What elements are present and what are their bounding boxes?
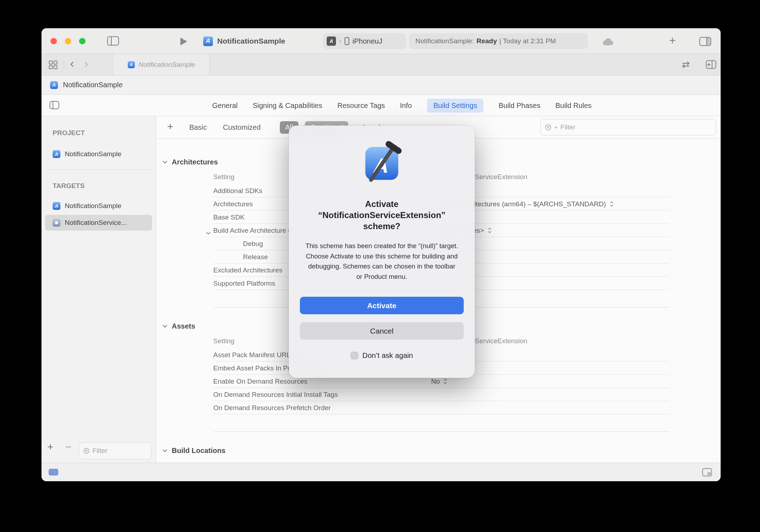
add-build-setting-button[interactable]: +	[167, 120, 174, 133]
settings-filter-input[interactable]	[560, 123, 712, 131]
project-title: NotificationSample	[217, 37, 285, 45]
dialog-title: Activate “NotificationServiceExtension” …	[307, 198, 456, 232]
chevron-right-icon: ›	[339, 38, 341, 45]
tab-bar: ‹ › A NotificationSample ⇄	[42, 54, 721, 75]
minimize-window-button[interactable]	[65, 38, 71, 44]
jump-bar[interactable]: A NotificationSample	[42, 75, 721, 95]
code-review-icon[interactable]: ⇄	[682, 59, 690, 70]
dont-ask-again-row: Don’t ask again	[289, 351, 475, 360]
add-target-button[interactable]: +	[47, 441, 54, 453]
editor-tab[interactable]: A NotificationSample	[113, 54, 210, 75]
project-navigator: PROJECT A NotificationSample TARGETS A N…	[42, 116, 156, 463]
zoom-window-button[interactable]	[79, 38, 86, 44]
editor-tabs-bar: General Signing & Capabilities Resource …	[42, 95, 721, 116]
popup-stepper-icon	[610, 201, 614, 207]
build-setting-row[interactable]: On Demand Resources Prefetch Order	[156, 401, 721, 414]
tab-general[interactable]: General	[212, 102, 238, 110]
col-setting: Setting	[213, 334, 234, 348]
disclosure-chevron-icon	[162, 161, 167, 164]
cancel-button[interactable]: Cancel	[300, 322, 464, 340]
add-tab-button[interactable]: +	[669, 34, 676, 47]
run-button[interactable]	[180, 38, 187, 45]
scope-basic[interactable]: Basic	[189, 116, 207, 139]
status-time: | Today at 2:31 PM	[500, 37, 556, 45]
editor-layout-icon[interactable]	[699, 37, 711, 48]
project-section-header: PROJECT	[53, 129, 85, 137]
project-icon: A	[53, 150, 60, 158]
popup-stepper-icon	[488, 227, 492, 234]
device-icon	[345, 37, 349, 45]
navigator-toggle-icon[interactable]	[107, 36, 119, 47]
sidebar-item-target-extension[interactable]: NotificationService...	[45, 215, 152, 231]
back-button[interactable]: ‹	[70, 57, 74, 70]
filter-icon	[545, 124, 551, 131]
scheme-selector[interactable]: A › iPhoneuJ	[323, 33, 406, 49]
toolbar: A NotificationSample A › iPhoneuJ Notifi…	[42, 28, 721, 54]
extension-target-icon	[53, 219, 60, 227]
hide-sidebar-icon[interactable]	[49, 101, 59, 111]
scope-customized[interactable]: Customized	[223, 116, 261, 139]
sidebar-item-project[interactable]: A NotificationSample	[45, 146, 152, 162]
sidebar-item-target-app[interactable]: A NotificationSample	[45, 198, 152, 214]
scheme-target-icon: A	[327, 36, 336, 46]
dont-ask-again-label: Don’t ask again	[362, 351, 413, 360]
sidebar-filter-field[interactable]	[79, 442, 151, 459]
forward-button[interactable]: ›	[84, 57, 88, 70]
project-file-icon: A	[50, 81, 58, 89]
tab-info[interactable]: Info	[400, 102, 412, 110]
close-window-button[interactable]	[50, 38, 57, 44]
status-state: Ready	[477, 37, 497, 45]
activate-button[interactable]: Activate	[300, 297, 464, 314]
tab-build-rules[interactable]: Build Rules	[555, 102, 591, 110]
build-setting-row[interactable]: On Demand Resources Initial Install Tags	[156, 388, 721, 401]
disclosure-chevron-icon[interactable]	[206, 229, 210, 237]
window-bottom-bar	[42, 463, 721, 481]
chevron-down-icon	[554, 126, 557, 129]
popup-stepper-icon	[443, 378, 447, 385]
bottom-panel-icon[interactable]	[702, 468, 712, 478]
activate-scheme-dialog: A Activate “NotificationServiceExtension…	[289, 125, 475, 378]
settings-filter-field[interactable]	[540, 119, 716, 136]
filter-icon	[83, 447, 89, 454]
status-project: NotificationSample:	[415, 37, 474, 45]
cloud-icon	[601, 38, 614, 48]
tab-build-phases[interactable]: Build Phases	[498, 102, 540, 110]
jump-bar-item: NotificationSample	[63, 81, 123, 89]
xcode-app-icon: A	[361, 141, 403, 183]
section-build-locations[interactable]: Build Locations	[156, 443, 721, 458]
divider	[64, 60, 64, 69]
sidebar-filter-input[interactable]	[92, 447, 147, 455]
dont-ask-again-checkbox[interactable]	[351, 352, 358, 359]
tab-resource-tags[interactable]: Resource Tags	[337, 102, 385, 110]
tab-build-settings[interactable]: Build Settings	[427, 99, 483, 113]
xcode-project-icon: A	[203, 36, 213, 46]
app-target-icon: A	[53, 202, 60, 210]
tab-title: NotificationSample	[138, 61, 195, 69]
section-divider	[156, 414, 721, 432]
device-name: iPhoneuJ	[352, 37, 382, 45]
add-editor-icon[interactable]	[706, 60, 716, 70]
disclosure-chevron-icon	[162, 325, 167, 328]
disclosure-chevron-icon	[162, 449, 167, 452]
window-document-title: A NotificationSample	[203, 28, 285, 54]
progress-indicator	[49, 469, 58, 476]
remove-target-button[interactable]: −	[65, 441, 72, 453]
targets-section-header: TARGETS	[53, 182, 84, 190]
dialog-body: This scheme has been created for the “(n…	[305, 241, 459, 282]
tab-signing-capabilities[interactable]: Signing & Capabilities	[253, 102, 322, 110]
tab-overview-icon[interactable]	[49, 60, 58, 71]
divider	[45, 169, 152, 170]
tab-file-icon: A	[128, 61, 135, 68]
col-setting: Setting	[213, 170, 234, 184]
activity-view[interactable]: NotificationSample: Ready | Today at 2:3…	[409, 33, 588, 49]
